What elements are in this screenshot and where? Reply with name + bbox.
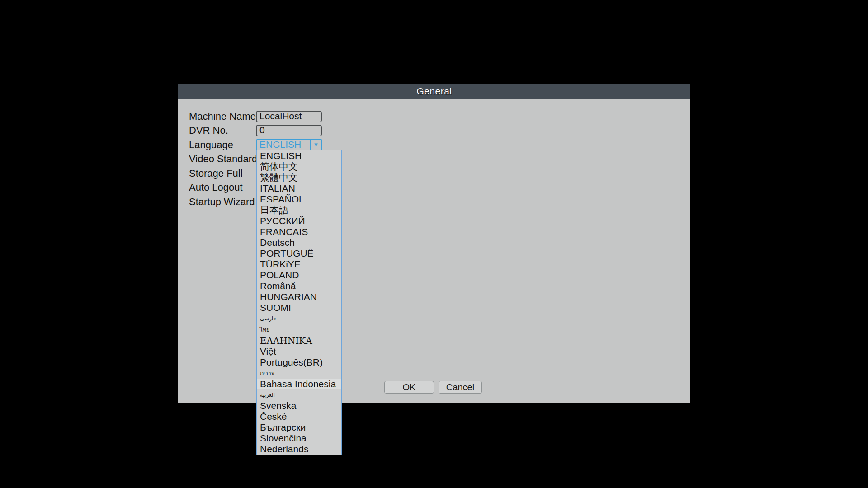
dropdown-item[interactable]: فارسی xyxy=(257,313,341,324)
dropdown-item[interactable]: POLAND xyxy=(257,270,341,281)
dropdown-item[interactable]: FRANCAIS xyxy=(257,226,341,237)
dropdown-item[interactable]: Български xyxy=(257,422,341,433)
dropdown-item[interactable]: Nederlands xyxy=(257,444,341,455)
video-standard-label: Video Standard xyxy=(189,153,257,165)
language-dropdown-list: ENGLISH简体中文繁體中文ITALIANESPAÑOL日本語РУССКИЙF… xyxy=(256,150,342,455)
dropdown-item[interactable]: ITALIAN xyxy=(257,183,341,194)
language-selected-value: ENGLISH xyxy=(257,140,310,150)
dropdown-item[interactable]: České xyxy=(257,411,341,422)
dropdown-item[interactable]: PORTUGUÊ xyxy=(257,248,341,259)
dropdown-item[interactable]: HUNGARIAN xyxy=(257,291,341,302)
dropdown-item[interactable]: العربية xyxy=(257,389,341,400)
dropdown-item[interactable]: Deutsch xyxy=(257,237,341,248)
dropdown-item[interactable]: 繁體中文 xyxy=(257,172,341,183)
dialog-title: General xyxy=(416,86,452,97)
startup-wizard-label: Startup Wizard xyxy=(189,196,256,208)
dropdown-item[interactable]: ESPAÑOL xyxy=(257,194,341,205)
dropdown-item[interactable]: ไทย xyxy=(257,324,341,335)
dropdown-item[interactable]: TÜRKiYE xyxy=(257,259,341,270)
dvr-no-row: DVR No. xyxy=(189,124,442,138)
machine-name-input[interactable] xyxy=(256,111,322,122)
ok-button[interactable]: OK xyxy=(384,381,434,394)
dropdown-item[interactable]: SUOMI xyxy=(257,302,341,313)
dropdown-item[interactable]: ΕΛΛΗΝΙΚΑ xyxy=(257,335,341,346)
auto-logout-label: Auto Logout xyxy=(189,182,256,193)
dvr-no-label: DVR No. xyxy=(189,125,256,136)
dropdown-item[interactable]: Svenska xyxy=(257,400,341,411)
general-settings-dialog: General Machine Name DVR No. Language EN… xyxy=(178,84,690,403)
machine-name-label: Machine Name xyxy=(189,111,256,122)
dropdown-item[interactable]: Bahasa Indonesia xyxy=(257,379,341,389)
chevron-down-icon: ▼ xyxy=(313,142,319,148)
dialog-titlebar: General xyxy=(178,84,690,99)
cancel-button[interactable]: Cancel xyxy=(439,381,482,394)
dropdown-item[interactable]: Slovenčina xyxy=(257,433,341,444)
language-label: Language xyxy=(189,139,256,151)
dropdown-item[interactable]: 简体中文 xyxy=(257,161,341,172)
machine-name-row: Machine Name xyxy=(189,109,442,124)
dropdown-item[interactable]: РУССКИЙ xyxy=(257,216,341,226)
dropdown-item[interactable]: Português(BR) xyxy=(257,357,341,368)
dvr-no-input[interactable] xyxy=(256,125,322,136)
dropdown-item[interactable]: Română xyxy=(257,281,341,291)
language-dropdown-button[interactable]: ▼ xyxy=(310,140,321,150)
dropdown-item[interactable]: Việt xyxy=(257,346,341,357)
dropdown-item[interactable]: 日本語 xyxy=(257,205,341,216)
dropdown-item[interactable]: עברית xyxy=(257,368,341,379)
storage-full-label: Storage Full xyxy=(189,168,256,179)
dropdown-item[interactable]: ENGLISH xyxy=(257,150,341,161)
